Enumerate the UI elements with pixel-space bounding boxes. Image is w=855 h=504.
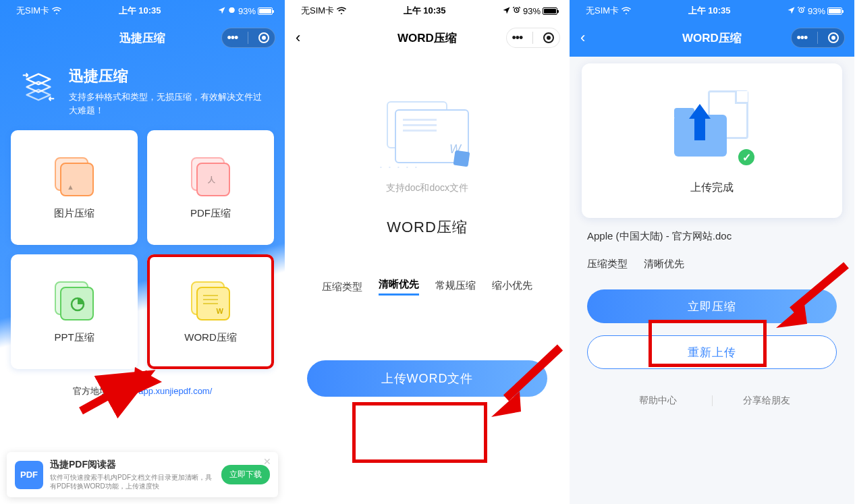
bottom-links: 帮助中心 分享给朋友 [570,395,854,407]
capsule-menu[interactable]: ••• [221,28,275,48]
upload-button[interactable]: 上传WORD文件 [307,360,547,397]
status-time: 上午 10:35 [688,5,731,17]
hero-icon [19,66,58,105]
card-label: PPT压缩 [54,331,94,344]
more-icon[interactable]: ••• [227,32,238,44]
compress-options: 压缩类型 清晰优先 常规压缩 缩小优先 [322,278,532,296]
upload-done-text: 上传完成 [690,181,734,195]
status-time: 上午 10:35 [119,5,161,17]
status-time: 上午 10:35 [404,5,446,17]
uploaded-filename: Apple (中国大陆) - 官方网站.doc [570,230,854,243]
compress-type-row: 压缩类型 清晰优先 [570,258,854,271]
feature-grid: ▲ 图片压缩 人 PDF压缩 PPT压缩 W WORD压缩 [0,130,285,369]
type-value: 清晰优先 [644,258,684,271]
sim-status: 无SIM卡 [16,5,49,17]
ad-banner[interactable]: PDF 迅捷PDF阅读器 软件可快速搜索手机内PDF文档文件目录更加清晰，具有P… [7,452,278,497]
battery-percent: 93% [238,6,256,16]
location-icon [218,6,225,16]
sim-status: 无SIM卡 [301,5,334,17]
more-icon[interactable]: ••• [797,32,808,44]
hero-subtitle: 支持多种格式和类型，无损压缩，有效解决文件过大难题！ [69,90,266,117]
close-miniapp-icon[interactable] [543,32,554,43]
check-icon: ✓ [736,147,756,167]
more-icon[interactable]: ••• [512,32,523,44]
option-minsize[interactable]: 缩小优先 [492,279,532,295]
page-title: WORD压缩 [397,30,457,46]
close-miniapp-icon[interactable] [258,32,269,43]
screen-home: 无SIM卡 上午 10:35 93% 迅捷压缩 ••• 迅捷压缩 [0,0,285,504]
card-word-compress[interactable]: W WORD压缩 [147,254,274,369]
share-link[interactable]: 分享给朋友 [713,395,821,407]
wifi-icon [52,6,61,16]
navbar: 迅捷压缩 ••• [0,22,285,54]
back-button[interactable]: ‹ [296,29,300,47]
battery-icon [827,7,842,15]
document-illustration: W • • • • • [380,94,474,169]
ad-download-button[interactable]: 立即下载 [221,465,270,484]
upload-complete-card: ✓ 上传完成 [582,63,842,218]
ad-app-icon: PDF [15,461,43,489]
option-clarity[interactable]: 清晰优先 [379,278,419,296]
battery-percent: 93% [523,6,541,16]
battery-icon [543,7,557,15]
navbar: ‹ WORD压缩 ••• [570,22,854,54]
upload-complete-icon: ✓ [671,90,752,165]
battery-percent: 93% [808,6,825,16]
section-title: WORD压缩 [387,217,468,237]
sim-status: 无SIM卡 [586,5,619,17]
battery-icon [258,7,273,15]
alarm-icon [513,6,520,16]
screen-word-upload: 无SIM卡 上午 10:35 93% ‹ WORD压缩 ••• W • • • … [285,0,570,504]
navbar: ‹ WORD压缩 ••• [285,22,570,54]
hero: 迅捷压缩 支持多种格式和类型，无损压缩，有效解决文件过大难题！ [0,54,285,130]
status-bar: 无SIM卡 上午 10:35 93% [570,0,854,22]
reupload-button[interactable]: 重新上传 [587,335,837,369]
back-button[interactable]: ‹ [580,29,585,47]
support-text: 支持doc和docx文件 [386,182,468,194]
ad-title: 迅捷PDF阅读器 [50,459,215,471]
image-icon: ▲ [53,156,95,198]
card-label: WORD压缩 [184,331,237,344]
wifi-icon [337,6,346,16]
page-title: 迅捷压缩 [119,30,165,46]
ppt-icon [53,280,95,322]
page-title: WORD压缩 [682,30,742,46]
location-icon [503,6,510,16]
word-icon: W [190,280,231,322]
footer-prefix: 官方地址： [73,386,117,396]
ad-subtitle: 软件可快速搜索手机内PDF文档文件目录更加清晰，具有PDF转换WORD功能，上传… [50,473,215,491]
option-label: 压缩类型 [322,281,362,293]
alarm-icon [798,6,805,16]
capsule-menu[interactable]: ••• [506,28,560,48]
capsule-menu[interactable]: ••• [791,28,845,48]
option-normal[interactable]: 常规压缩 [435,279,476,295]
compress-button[interactable]: 立即压缩 [587,289,837,323]
card-pdf-compress[interactable]: 人 PDF压缩 [147,130,274,245]
type-label: 压缩类型 [587,258,628,271]
screen-compress-ready: 无SIM卡 上午 10:35 93% ‹ WORD压缩 ••• ✓ 上传完成 A… [570,0,854,504]
pdf-icon: 人 [190,156,231,198]
wifi-icon [622,6,631,16]
ad-close-icon[interactable]: ✕ [263,456,271,467]
card-label: 图片压缩 [54,207,94,220]
alarm-icon [228,6,236,16]
help-link[interactable]: 帮助中心 [604,395,712,407]
card-ppt-compress[interactable]: PPT压缩 [11,254,138,369]
card-image-compress[interactable]: ▲ 图片压缩 [11,130,138,245]
status-bar: 无SIM卡 上午 10:35 93% [285,0,570,22]
hero-title: 迅捷压缩 [69,66,266,86]
footer-url[interactable]: http://app.xunjiepdf.com/ [117,386,213,396]
footer-link[interactable]: 官方地址：http://app.xunjiepdf.com/ [0,385,285,397]
card-label: PDF压缩 [190,207,231,220]
status-bar: 无SIM卡 上午 10:35 93% [0,0,285,22]
location-icon [788,6,795,16]
close-miniapp-icon[interactable] [828,32,839,43]
